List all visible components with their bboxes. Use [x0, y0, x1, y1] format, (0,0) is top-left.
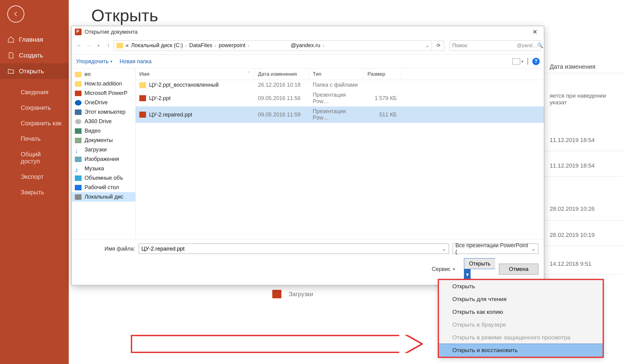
col-type[interactable]: Тип	[309, 68, 364, 80]
dialog-footer: Имя файла: ЦУ-2.repaired.ppt ⌄ Все презе…	[72, 239, 544, 285]
menu-item[interactable]: Открыть	[439, 280, 603, 293]
folder-icon	[75, 72, 82, 77]
breadcrumb-part[interactable]: @yandex.ru	[291, 42, 320, 49]
chevron-down-icon: ⌄	[531, 245, 536, 252]
file-icon	[7, 52, 15, 59]
search-box[interactable]: @yand… 🔍	[450, 40, 541, 51]
tree-item[interactable]: How.to.addition	[72, 79, 135, 88]
folder-tree[interactable]: enHow.to.additionMicrosoft PowerPOneDriv…	[72, 68, 136, 239]
powerpoint-icon	[75, 29, 82, 35]
folder-icon	[117, 43, 123, 48]
desk-icon	[75, 185, 82, 190]
organize-button[interactable]: Упорядочить ▾	[76, 58, 112, 65]
filetype-dropdown[interactable]: Все презентации PowerPoint ( ⌄	[453, 244, 538, 254]
folder-open-icon	[7, 68, 15, 75]
sidebar-item-new[interactable]: Создать	[0, 47, 69, 63]
tree-item[interactable]: A360 Drive	[72, 117, 135, 126]
menu-item[interactable]: Открыть для чтения	[439, 293, 603, 306]
sidebar-item-home[interactable]: Главная	[0, 32, 69, 47]
arrow-left-icon	[12, 10, 19, 18]
bg-hint-text: яется при наведении указат	[550, 92, 623, 106]
breadcrumb-part[interactable]: powerpoint	[219, 42, 245, 49]
tree-item[interactable]: Этот компьютер	[72, 107, 135, 117]
new-folder-button[interactable]: Новая папка	[120, 58, 151, 65]
music-icon	[75, 166, 82, 172]
preview-pane-button[interactable]	[527, 58, 528, 65]
chevron-right-icon: ›	[248, 43, 249, 48]
col-date[interactable]: Дата изменения	[254, 68, 309, 80]
search-icon[interactable]: 🔍	[537, 43, 543, 48]
breadcrumb-part[interactable]: Локальный диск (C:)	[131, 42, 183, 49]
col-size[interactable]: Размер	[364, 68, 400, 80]
open-button[interactable]: Открыть	[464, 258, 495, 269]
sidebar-item-share[interactable]: Общий доступ	[0, 147, 69, 169]
sidebar-item-info[interactable]: Сведения	[0, 85, 69, 100]
file-type: Презентация Pow…	[309, 107, 364, 122]
bg-date: 11.12.2019 18:54	[550, 162, 595, 169]
tree-label: Видео	[85, 128, 101, 134]
help-button[interactable]: ?	[532, 58, 540, 65]
tree-item[interactable]: OneDrive	[72, 98, 135, 107]
view-mode-button[interactable]: ▾	[512, 58, 523, 64]
bg-date: 14.12.2018 9:51	[550, 261, 591, 267]
tree-item[interactable]: Загрузки	[72, 145, 135, 154]
file-row[interactable]: ЦУ-2.ppt09.05.2016 11:56Презентация Pow……	[136, 90, 544, 106]
search-input[interactable]	[452, 43, 517, 49]
chevron-right-icon: ›	[323, 43, 324, 48]
chevron-right-icon: ›	[185, 43, 187, 48]
sidebar-item-saveas[interactable]: Сохранить как	[0, 116, 69, 131]
a360-icon	[75, 119, 82, 124]
tree-label: OneDrive	[85, 99, 108, 106]
tree-label: Microsoft PowerP	[85, 90, 127, 96]
tree-label: A360 Drive	[85, 118, 112, 125]
sidebar-item-open[interactable]: Открыть	[0, 63, 69, 79]
sort-indicator-icon: ˄	[248, 71, 250, 77]
tree-item[interactable]: Документы	[72, 136, 135, 145]
refresh-button[interactable]: ⟳	[433, 40, 444, 51]
tree-item[interactable]: en	[72, 70, 135, 79]
breadcrumb-bar[interactable]: « Локальный диск (C:) › DataFiles › powe…	[114, 40, 432, 51]
col-name[interactable]: Имя˄	[136, 68, 254, 80]
tree-item[interactable]: Видео	[72, 126, 135, 136]
sidebar-item-export[interactable]: Экспорт	[0, 169, 69, 185]
breadcrumb-dropdown-icon[interactable]: ⌄	[425, 43, 429, 48]
tree-label: Музыка	[85, 165, 104, 172]
open-dialog: Открытие документа ✕ ← → ▾ ↑ « Локальный…	[71, 26, 544, 285]
ppt-icon	[75, 91, 82, 96]
sidebar-item-print[interactable]: Печать	[0, 131, 69, 147]
menu-item[interactable]: Открыть и восстановить	[439, 344, 603, 357]
nav-back-button[interactable]: ←	[75, 41, 83, 50]
tree-item[interactable]: Microsoft PowerP	[72, 88, 135, 98]
sidebar-item-close[interactable]: Закрыть	[0, 185, 69, 200]
chevron-down-icon[interactable]: ⌄	[442, 245, 446, 252]
nav-recent-button[interactable]: ▾	[94, 41, 103, 50]
tree-item[interactable]: Локальный дис	[72, 192, 135, 202]
tree-label: Загрузки	[85, 147, 106, 153]
menu-item: Открыть в браузере	[439, 318, 603, 331]
nav-up-button[interactable]: ↑	[104, 41, 113, 50]
open-dropdown-button[interactable]: ▾	[464, 269, 471, 280]
chevron-down-icon: ▾	[110, 59, 112, 64]
tree-item[interactable]: Музыка	[72, 164, 135, 173]
filename-input[interactable]: ЦУ-2.repaired.ppt ⌄	[139, 244, 449, 254]
nav-forward-button[interactable]: →	[85, 41, 93, 50]
breadcrumb-part[interactable]: DataFiles	[189, 42, 212, 49]
tree-item[interactable]: Объемные объ	[72, 173, 135, 183]
file-row[interactable]: ЦУ-2.repaired.ppt09.05.2016 11:59Презент…	[136, 106, 544, 123]
bg-recent-item[interactable]: Загрузки	[272, 290, 313, 298]
menu-item: Открыть в режиме защищенного просмотра	[439, 331, 603, 344]
list-view-icon	[512, 58, 520, 64]
home-icon	[7, 36, 15, 43]
sidebar-item-save[interactable]: Сохранить	[0, 100, 69, 116]
open-split-button: Открыть ▾	[464, 258, 495, 280]
back-button[interactable]	[7, 5, 24, 23]
dialog-toolbar: Упорядочить ▾ Новая папка ▾ ?	[72, 55, 544, 68]
tree-item[interactable]: Изображения	[72, 154, 135, 164]
cloud-icon	[75, 100, 82, 106]
menu-item[interactable]: Открыть как копию	[439, 306, 603, 318]
tools-dropdown[interactable]: Сервис ▾	[432, 266, 455, 272]
cancel-button[interactable]: Отмена	[499, 264, 538, 275]
close-button[interactable]: ✕	[529, 27, 541, 36]
file-row[interactable]: ЦУ-2.ppt_восстановленный26.12.2016 10:18…	[136, 80, 544, 90]
tree-item[interactable]: Рабочий стол	[72, 183, 135, 192]
